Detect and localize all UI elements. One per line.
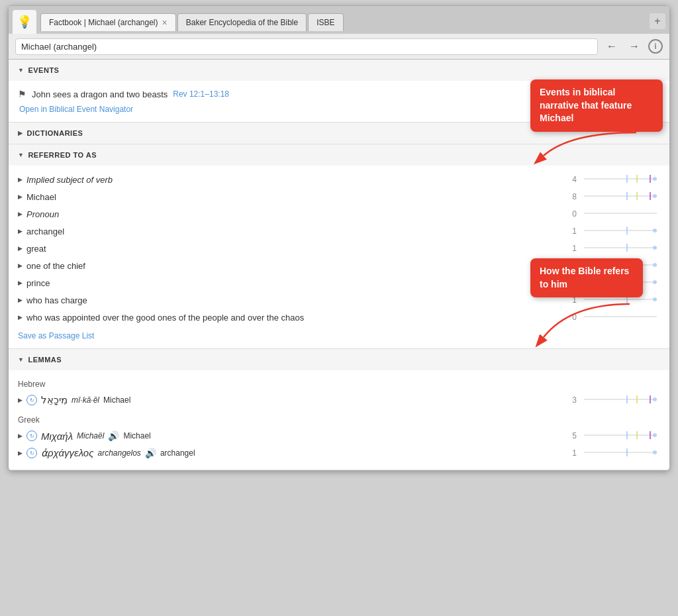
sound-icon[interactable]: 🔊 <box>145 448 156 458</box>
address-input[interactable] <box>15 38 598 55</box>
dictionaries-header[interactable]: ▶ DICTIONARIES <box>9 123 669 144</box>
svg-point-4 <box>653 177 657 181</box>
greek-transliteration: archangelos <box>97 448 140 458</box>
greek-chart <box>581 446 660 460</box>
lemmas-body: Hebrew ▶ ↻ מִיכָאֵל mî·kā·ēl Michael 3 G… <box>9 370 669 470</box>
lemmas-collapse-icon: ▼ <box>18 356 24 363</box>
lemma-triangle: ▶ <box>18 433 23 439</box>
svg-point-13 <box>653 229 657 232</box>
close-icon[interactable]: × <box>162 18 168 27</box>
sound-icon[interactable]: 🔊 <box>108 431 119 441</box>
info-button[interactable]: i <box>648 39 663 54</box>
greek-english: Michael <box>123 431 150 440</box>
referred-row: ▶ prince 1 <box>18 274 660 291</box>
lemma-triangle: ▶ <box>18 397 23 403</box>
referred-row-count: 1 <box>557 278 577 287</box>
save-passage-link[interactable]: Save as Passage List <box>18 331 660 340</box>
referred-collapse-icon: ▼ <box>18 152 24 158</box>
address-bar: ← → i <box>9 34 669 60</box>
hebrew-transliteration: mî·kā·ēl <box>72 395 99 405</box>
lemma-row-greek: ▶ ↻ ἀρχάγγελος archangelos 🔊 archangel 1 <box>18 444 660 462</box>
hebrew-english: Michael <box>103 395 130 405</box>
event-ref[interactable]: Rev 12:1–13:18 <box>173 89 229 99</box>
main-window: 💡 Factbook | Michael (archangel) × Baker… <box>8 5 670 471</box>
forward-button[interactable]: → <box>626 38 643 55</box>
referred-row-triangle: ▶ <box>18 176 23 183</box>
svg-point-36 <box>653 433 657 437</box>
referred-row-count: 8 <box>557 192 577 201</box>
greek-chart <box>581 429 660 442</box>
referred-row-label[interactable]: Pronoun <box>26 209 553 219</box>
dictionaries-collapse-icon: ▶ <box>18 130 23 136</box>
greek-english: archangel <box>160 448 195 458</box>
referred-row-chart <box>581 311 660 324</box>
refresh-icon[interactable]: ↻ <box>26 431 37 441</box>
tab-baker-label: Baker Encyclopedia of the Bible <box>186 18 298 27</box>
referred-row-label[interactable]: great <box>26 244 553 254</box>
tab-baker[interactable]: Baker Encyclopedia of the Bible <box>177 13 307 31</box>
referred-row-chart <box>581 293 660 307</box>
open-navigator-link[interactable]: Open in Biblical Event Navigator <box>18 105 660 114</box>
referred-row-label[interactable]: archangel <box>26 227 553 236</box>
refresh-icon[interactable]: ↻ <box>26 395 37 405</box>
events-section: ▼ EVENTS ⚑ John sees a dragon and two be… <box>9 60 669 123</box>
referred-row: ▶ archangel 1 <box>18 223 660 240</box>
referred-row: ▶ great 1 <box>18 240 660 257</box>
greek-lang-label: Greek <box>18 415 660 425</box>
hebrew-rows-container: ▶ ↻ מִיכָאֵל mî·kā·ēl Michael 3 <box>18 391 660 409</box>
referred-row-chart <box>581 225 660 238</box>
svg-point-19 <box>653 263 657 267</box>
referred-row-label[interactable]: who has charge <box>26 295 553 305</box>
greek-count: 5 <box>557 431 577 440</box>
refresh-icon[interactable]: ↻ <box>26 448 37 458</box>
hebrew-script: מִיכָאֵל <box>41 394 68 406</box>
tab-isbe[interactable]: ISBE <box>308 13 343 31</box>
hebrew-count: 3 <box>557 395 577 405</box>
hebrew-chart <box>581 393 660 407</box>
referred-row-triangle: ▶ <box>18 297 23 303</box>
greek-count: 1 <box>557 448 577 458</box>
back-button[interactable]: ← <box>603 38 620 55</box>
lemmas-header[interactable]: ▼ LEMMAS <box>9 349 669 370</box>
referred-row-label[interactable]: prince <box>26 278 553 288</box>
referred-row: ▶ who has charge 1 <box>18 291 660 309</box>
dictionaries-section: ▶ DICTIONARIES <box>9 123 669 144</box>
greek-script: ἀρχάγγελος <box>41 447 93 459</box>
referred-row-triangle: ▶ <box>18 211 23 217</box>
greek-transliteration: Michaël <box>77 431 104 440</box>
tab-factbook[interactable]: Factbook | Michael (archangel) × <box>40 13 176 31</box>
events-collapse-icon: ▼ <box>18 67 24 74</box>
referred-row-label[interactable]: Implied subject of verb <box>26 175 553 185</box>
events-header[interactable]: ▼ EVENTS <box>9 60 669 81</box>
referred-row-count: 1 <box>557 261 577 270</box>
referred-row-triangle: ▶ <box>18 245 23 252</box>
svg-point-25 <box>653 297 657 301</box>
referred-row-count: 0 <box>557 209 577 219</box>
referred-title: REFERRED TO AS <box>28 151 97 159</box>
referred-row-label[interactable]: Michael <box>26 192 553 202</box>
svg-point-22 <box>653 280 657 284</box>
referred-row-count: 1 <box>557 227 577 236</box>
referred-row-chart <box>581 242 660 255</box>
referred-rows-container: ▶ Implied subject of verb 4 ▶ Michael 8 … <box>18 171 660 326</box>
greek-script: Μιχαήλ <box>41 431 73 442</box>
referred-row-label[interactable]: one of the chief <box>26 261 553 271</box>
referred-row: ▶ who was appointed over the good ones o… <box>18 309 660 326</box>
events-title: EVENTS <box>28 66 59 74</box>
dictionaries-title: DICTIONARIES <box>27 129 83 137</box>
referred-header[interactable]: ▼ REFERRED TO AS <box>9 144 669 166</box>
referred-row-label[interactable]: who was appointed over the good ones of … <box>26 313 553 323</box>
referred-body: ▶ Implied subject of verb 4 ▶ Michael 8 … <box>9 166 669 348</box>
svg-point-31 <box>653 397 657 401</box>
referred-row-triangle: ▶ <box>18 262 23 269</box>
add-tab-button[interactable]: + <box>650 13 665 29</box>
greek-rows-container: ▶ ↻ Μιχαήλ Michaël 🔊 Michael 5 ▶ ↻ ἀρχάγ… <box>18 427 660 462</box>
main-content: ▼ EVENTS ⚑ John sees a dragon and two be… <box>9 60 669 470</box>
referred-row-count: 1 <box>557 244 577 253</box>
event-title: John sees a dragon and two beasts <box>32 89 168 99</box>
referred-row-chart <box>581 207 660 221</box>
tab-bar: 💡 Factbook | Michael (archangel) × Baker… <box>9 6 669 34</box>
referred-row-chart <box>581 276 660 289</box>
referred-row: ▶ one of the chief 1 <box>18 257 660 274</box>
referred-row-chart <box>581 259 660 272</box>
